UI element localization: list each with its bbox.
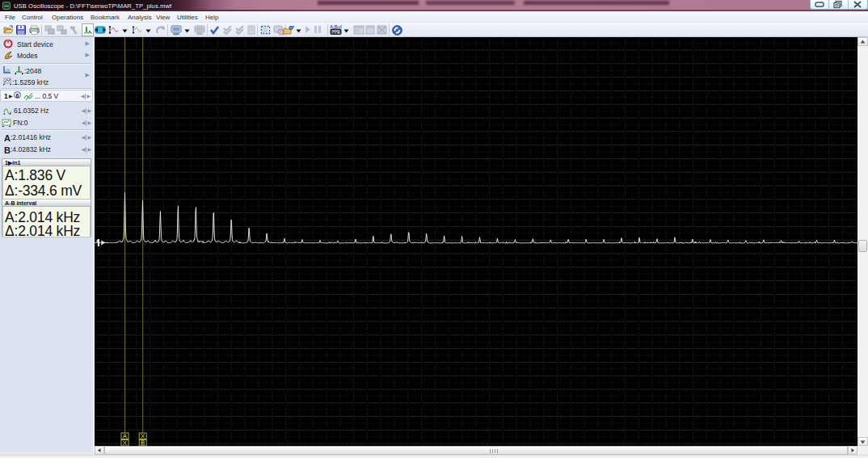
svg-text:A;B+C: A;B+C <box>330 24 342 29</box>
svg-text:Uk: Uk <box>5 68 11 73</box>
